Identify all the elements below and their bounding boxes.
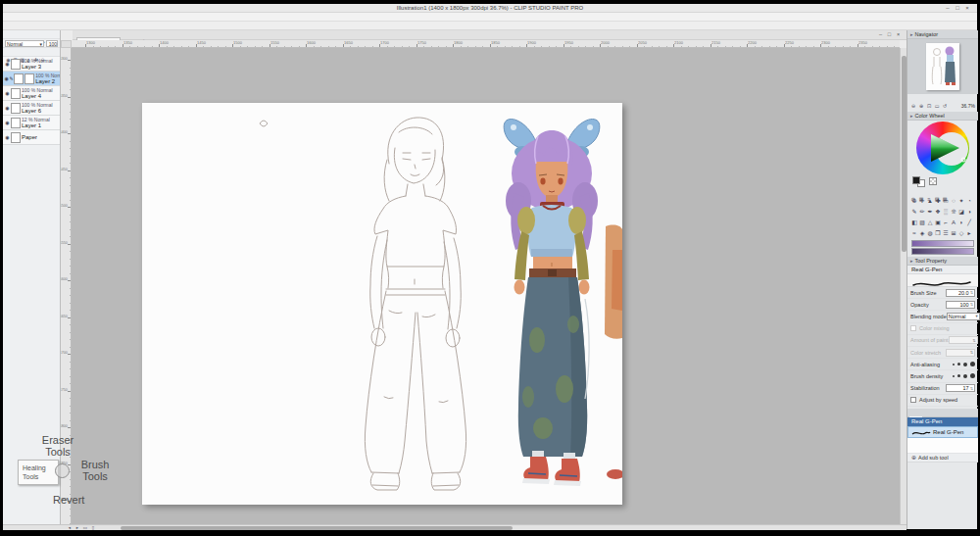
dot-option[interactable] [957,363,960,365]
prop-value-box[interactable]: 20.0⇅ [946,289,975,297]
layer-row-layer-6[interactable]: ◉100 % NormalLayer 6 [3,101,60,116]
horizontal-scrollbar[interactable]: ◂▸▭▯ [3,524,906,530]
doc-minimize-button[interactable]: – [876,31,885,37]
move-tool-icon[interactable]: ✛ [918,196,926,207]
figure-tool-icon[interactable]: △ [926,218,934,228]
pen-tool-icon[interactable]: ✎ [910,207,918,218]
hue-ring[interactable] [916,122,969,174]
layer-row-layer-3[interactable]: ◉100 % NormalLayer 3 [3,57,60,72]
balloon-tool-icon[interactable]: ◗ [957,218,965,228]
text-tool-icon[interactable]: A [950,218,957,228]
symmetry-tool-icon[interactable]: ◇ [957,228,965,239]
auto-select-tool-icon[interactable]: ✦ [957,196,965,207]
color-wheel-header[interactable]: ▸Color Wheel [907,112,978,121]
hsv-triangle[interactable] [916,122,969,174]
brush-tool-icon[interactable]: ✒ [926,207,934,218]
zoom-tool-icon[interactable]: ⊕ [910,196,918,207]
operation-tool-icon[interactable]: ▲ [926,196,934,207]
main-color-chip[interactable] [912,176,920,184]
layer-visibility-icon[interactable]: ◉ [4,120,11,125]
minimize-button[interactable]: – [943,4,953,13]
fit-width-icon[interactable]: ▭ [81,525,89,530]
layer-visibility-icon[interactable]: ◉ [4,61,11,67]
navigator-header[interactable]: ▸Navigator [907,30,978,39]
blend-tool-icon[interactable]: ◑ [965,207,973,218]
v-ruler-tick [68,280,71,281]
scroll-right-icon[interactable]: ▸ [74,525,81,530]
color-palette-tabs: ◍▦≡▨▩ [907,187,978,195]
overlay-label-eraser-tools: Eraser Tools [35,434,80,458]
decoration-tool-icon[interactable]: ❊ [950,207,957,218]
ruler-tool-icon[interactable]: ⌐ [942,218,950,228]
prop-adjust-by-speed[interactable]: Adjust by speed [907,395,978,407]
story-tool-icon[interactable]: ☰ [942,228,950,239]
correction-tool-icon[interactable]: ╱ [965,218,973,228]
layer-row-paper[interactable]: ◉Paper [3,130,60,145]
watercolor-tool-icon[interactable]: ❖ [934,207,942,218]
dot-option[interactable] [970,362,975,366]
layer-visibility-icon[interactable]: ◉ [4,134,11,140]
prop-stabilization[interactable]: Stabilization17⇅ [907,383,978,395]
dot-option[interactable] [963,374,967,378]
vertical-scrollbar[interactable] [900,48,906,524]
prop-dropdown[interactable]: Normal▾ [947,313,980,320]
pencil-tool-icon[interactable]: ✏ [918,207,926,218]
layer-row-layer-4[interactable]: ◉100 % NormalLayer 4 [3,86,60,101]
liquify-tool-icon[interactable]: ≈ [910,228,918,239]
layer-visibility-icon[interactable]: ◉ [4,105,11,111]
gradient-swatch-2[interactable] [911,248,974,255]
layer-visibility-icon[interactable]: ◉ [4,90,11,96]
layer-row-layer-2[interactable]: ◉✎100 % NormalLayer 2 [3,72,60,86]
maximize-button[interactable]: □ [953,4,962,13]
mask-tool-icon[interactable]: ◍ [926,228,934,239]
prop-brush-density[interactable]: Brush density [907,370,978,382]
color-wheel[interactable] [907,121,978,175]
eraser-tool-icon[interactable]: ◪ [957,207,965,218]
grid-tool-icon[interactable]: ⊞ [950,228,957,239]
dot-option[interactable] [957,374,960,377]
page-icon[interactable]: ▯ [89,525,97,530]
airbrush-tool-icon[interactable]: ░ [942,207,950,218]
subtool-item-real-g-pen[interactable]: Real G-Pen [907,426,978,438]
prop-label: Amount of paint [910,337,949,343]
prop-blending-mode[interactable]: Blending modeNormal▾ [907,311,978,322]
frame-tool-icon[interactable]: ▣ [934,218,942,228]
transparent-color-chip[interactable] [929,177,937,185]
fill-tool-icon[interactable]: ◧ [910,218,918,228]
layer-row-layer-1[interactable]: ◉12 % NormalLayer 1 [3,116,60,130]
close-button[interactable]: × [962,4,972,13]
layer-opacity-value[interactable]: 100 [46,40,58,47]
material-tool-icon[interactable]: ❒ [934,228,942,239]
prop-value-box[interactable]: 17⇅ [946,384,975,392]
tool-property-header[interactable]: ▸Tool Property [907,257,978,266]
dot-option[interactable] [953,364,955,365]
scroll-left-icon[interactable]: ◂ [66,525,74,530]
prop-brush-size[interactable]: Brush Size20.0⇅ [907,287,978,299]
hue-indicator[interactable] [961,158,965,162]
prop-opacity[interactable]: Opacity100⇅ [907,299,978,311]
lasso-tool-icon[interactable]: ◌ [950,196,957,207]
checkbox[interactable] [910,397,916,403]
layer-move-tool-icon[interactable]: ✚ [934,196,942,207]
layer-blend-mode-select[interactable]: Normal▾ [5,40,44,47]
dot-option[interactable] [970,373,975,378]
eyedropper-tool-icon[interactable]: ◔ [965,196,973,207]
selection-tool-icon[interactable]: ▭ [942,196,950,207]
h-ruler-label: 2150 [711,41,720,46]
dot-option[interactable] [953,375,955,377]
horizontal-scrollbar-thumb[interactable] [121,526,513,530]
canvas[interactable] [142,103,622,505]
prop-value-box[interactable]: 100⇅ [946,301,975,309]
add-sub-tool-button[interactable]: ⊕Add sub tool [907,454,978,463]
doc-maximize-button[interactable]: □ [885,31,894,37]
gradient-tool-icon[interactable]: ▨ [918,218,926,228]
gradient-swatch-1[interactable] [911,240,974,247]
doc-close-button[interactable]: × [894,31,903,37]
navigator-preview[interactable] [907,39,978,94]
prop-anti-aliasing[interactable]: Anti-aliasing [907,359,978,370]
dot-option[interactable] [963,363,967,366]
selection-launcher-icon[interactable]: ◈ [918,228,926,239]
canvas-viewport[interactable] [72,48,900,524]
timeline-tool-icon[interactable]: ▸ [965,228,973,239]
layer-name: Paper [22,131,37,144]
